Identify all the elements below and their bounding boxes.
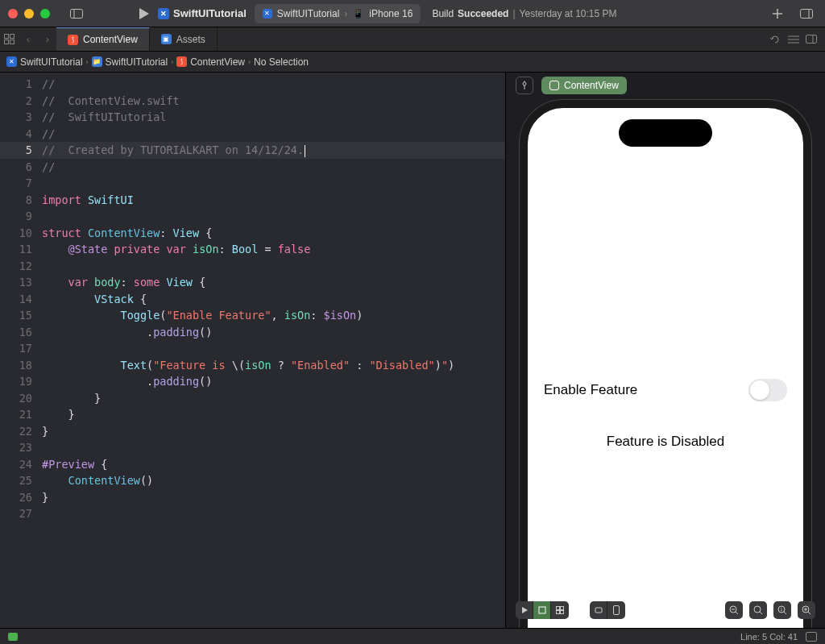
preview-live-button[interactable] (516, 601, 533, 619)
code-editor[interactable]: 1//2// ContentView.swift3// SwiftUITutor… (0, 73, 506, 628)
toggle-inspector-button[interactable] (796, 5, 817, 23)
pin-preview-button[interactable] (516, 77, 533, 94)
svg-line-25 (736, 612, 738, 614)
code-line[interactable]: 17 (0, 340, 505, 357)
build-status[interactable]: Build Succeeded | Yesterday at 10:15 PM (432, 8, 616, 19)
code-line[interactable]: 10struct ContentView: View { (0, 225, 505, 242)
code-line[interactable]: 11 @State private var isOn: Bool = false (0, 241, 505, 258)
code-text[interactable]: .padding() (42, 373, 505, 390)
code-line[interactable]: 2// ContentView.swift (0, 93, 505, 110)
svg-text:1: 1 (781, 607, 783, 612)
code-line[interactable]: 23 (0, 439, 505, 456)
toggle-debug-area-button[interactable] (806, 632, 817, 642)
code-line[interactable]: 26} (0, 489, 505, 506)
adjust-editor-button[interactable] (806, 35, 817, 44)
toggle-navigator-button[interactable] (66, 5, 87, 23)
code-line[interactable]: 7 (0, 175, 505, 192)
code-text[interactable] (42, 175, 505, 192)
code-text[interactable]: @State private var isOn: Bool = false (42, 241, 505, 258)
code-line[interactable]: 8import SwiftUI (0, 192, 505, 209)
tab-contentview[interactable]: ⟆ ContentView (56, 27, 150, 51)
code-text[interactable]: } (42, 390, 505, 407)
code-line[interactable]: 25 ContentView() (0, 472, 505, 489)
code-text[interactable]: #Preview { (42, 456, 505, 473)
nav-forward-button[interactable]: › (39, 31, 56, 48)
code-text[interactable] (42, 340, 505, 357)
code-text[interactable]: VStack { (42, 291, 505, 308)
code-line[interactable]: 22} (0, 423, 505, 440)
chevron-right-icon: › (248, 58, 251, 66)
code-line[interactable]: 21 } (0, 406, 505, 423)
code-text[interactable]: Text("Feature is \(isOn ? "Enabled" : "D… (42, 357, 505, 374)
code-line[interactable]: 14 VStack { (0, 291, 505, 308)
scheme-selector[interactable]: ✕ SwiftUITutorial › 📱 iPhone 16 (255, 4, 421, 23)
project-name[interactable]: ✕ SwiftUITutorial (158, 7, 247, 19)
code-text[interactable]: import SwiftUI (42, 192, 505, 209)
minimize-window-button[interactable] (24, 9, 34, 19)
canvas-area[interactable]: Enable Feature Feature is Disabled (506, 98, 825, 628)
code-text[interactable] (42, 505, 505, 522)
code-text[interactable]: // Created by TUTORIALKART on 14/12/24. (42, 142, 505, 159)
code-line[interactable]: 6// (0, 159, 505, 176)
run-button[interactable] (135, 5, 153, 23)
close-window-button[interactable] (8, 9, 18, 19)
editor-options-button[interactable] (788, 35, 799, 44)
status-indicator-icon[interactable] (8, 633, 18, 641)
code-line[interactable]: 13 var body: some View { (0, 274, 505, 291)
code-text[interactable]: ContentView() (42, 472, 505, 489)
preview-selectable-button[interactable] (533, 601, 551, 619)
code-line[interactable]: 18 Text("Feature is \(isOn ? "Enabled" :… (0, 357, 505, 374)
code-line[interactable]: 24#Preview { (0, 456, 505, 473)
code-text[interactable]: .padding() (42, 324, 505, 341)
zoom-reset-button[interactable] (749, 601, 767, 619)
preview-selector[interactable]: ContentView (541, 77, 627, 94)
breadcrumb-item[interactable]: SwiftUITutorial (20, 56, 83, 68)
code-line[interactable]: 9 (0, 208, 505, 225)
cursor-position[interactable]: Line: 5 Col: 41 (740, 632, 798, 642)
status-bar: Line: 5 Col: 41 (0, 628, 825, 644)
preview-device-settings-button[interactable] (590, 601, 607, 619)
code-text[interactable]: var body: some View { (42, 274, 505, 291)
code-text[interactable]: // (42, 159, 505, 176)
code-text[interactable] (42, 258, 505, 275)
breadcrumb-item[interactable]: No Selection (254, 56, 309, 68)
code-line[interactable]: 16 .padding() (0, 324, 505, 341)
code-line[interactable]: 3// SwiftUITutorial (0, 109, 505, 126)
tab-label: ContentView (83, 34, 138, 45)
code-line[interactable]: 4// (0, 126, 505, 143)
code-text[interactable]: Toggle("Enable Feature", isOn: $isOn) (42, 307, 505, 324)
zoom-window-button[interactable] (40, 9, 50, 19)
code-line[interactable]: 1// (0, 76, 505, 93)
code-text[interactable]: } (42, 423, 505, 440)
code-text[interactable]: struct ContentView: View { (42, 225, 505, 242)
tab-assets[interactable]: ▣ Assets (150, 27, 218, 51)
feature-toggle[interactable] (748, 379, 787, 401)
nav-back-button[interactable]: ‹ (20, 31, 36, 48)
code-text[interactable] (42, 439, 505, 456)
breadcrumb-item[interactable]: ContentView (190, 56, 245, 68)
preview-device-button[interactable] (607, 601, 625, 619)
code-line[interactable]: 19 .padding() (0, 373, 505, 390)
zoom-fit-button[interactable]: 1 (773, 601, 791, 619)
code-text[interactable]: // (42, 76, 505, 93)
zoom-out-button[interactable] (725, 601, 743, 619)
line-number: 19 (0, 373, 42, 390)
code-line[interactable]: 20 } (0, 390, 505, 407)
refresh-button[interactable] (770, 35, 781, 44)
code-text[interactable]: } (42, 489, 505, 506)
code-text[interactable]: // SwiftUITutorial (42, 109, 505, 126)
breadcrumb-item[interactable]: SwiftUITutorial (106, 56, 168, 68)
code-line[interactable]: 27 (0, 505, 505, 522)
code-line[interactable]: 5// Created by TUTORIALKART on 14/12/24. (0, 142, 505, 159)
code-text[interactable]: // ContentView.swift (42, 93, 505, 110)
code-text[interactable]: } (42, 406, 505, 423)
zoom-in-button[interactable] (798, 601, 815, 619)
related-items-button[interactable] (1, 31, 17, 48)
code-text[interactable]: // (42, 126, 505, 143)
simulator-iphone[interactable]: Enable Feature Feature is Disabled (520, 100, 811, 628)
code-line[interactable]: 12 (0, 258, 505, 275)
add-button[interactable] (767, 5, 788, 23)
code-text[interactable] (42, 208, 505, 225)
code-line[interactable]: 15 Toggle("Enable Feature", isOn: $isOn) (0, 307, 505, 324)
preview-variants-button[interactable] (551, 601, 569, 619)
